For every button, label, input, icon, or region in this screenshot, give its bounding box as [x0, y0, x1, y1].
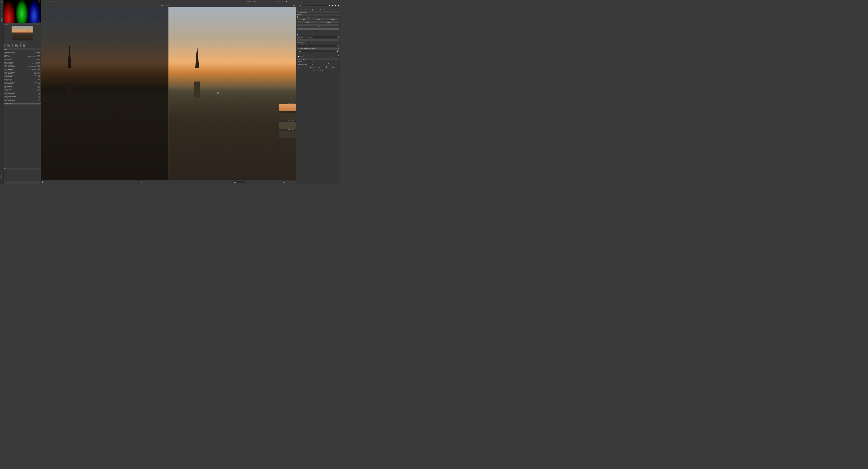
tab-color-icon[interactable]: ◉ — [304, 8, 307, 10]
tab-advanced-icon[interactable]: ⊚ — [308, 8, 310, 10]
tab-editor[interactable]: Editor — [1, 18, 3, 22]
detail-window-4[interactable]: ⊖⊕1:1100%✕ — [279, 129, 296, 138]
snapshot-delete-button[interactable]: – — [22, 180, 41, 184]
highlight-clip-icon[interactable]: △ — [266, 1, 268, 3]
spot-rename-button[interactable]: Rename — [297, 21, 318, 23]
tab-exposure-icon[interactable]: ◐ — [297, 8, 299, 10]
nav-up-icon[interactable]: ↥ — [260, 181, 262, 183]
new-detail-icon[interactable]: ⧉ — [280, 181, 282, 183]
detail-window-1[interactable]: ⊖⊕1:1100%✕ — [279, 102, 296, 111]
sh-panel-header[interactable]: Shadows/Highlights & Tone Equalizer ✕ — [297, 48, 340, 50]
show-additional-checkbox[interactable]: Show additional settings — [297, 17, 340, 18]
crosshair-icon[interactable]: ⊹ — [286, 181, 288, 183]
queue-icon[interactable]: ⚙ — [45, 181, 47, 183]
flip-h-icon[interactable]: ⇄ — [285, 1, 287, 3]
histogram-mode-icon[interactable] — [38, 0, 40, 2]
snapshot-add-button[interactable]: + — [4, 180, 22, 184]
color-picker-icon[interactable]: ⌖ — [57, 1, 59, 3]
close-icon[interactable]: ✕ — [295, 120, 296, 121]
luminosity-icon[interactable]: ⬀ — [274, 1, 276, 3]
spot-row[interactable]: landVisible — [297, 26, 339, 28]
zoom-100-icon[interactable]: 1:1 — [290, 112, 291, 113]
tab-raw-icon[interactable]: ▦ — [319, 8, 322, 10]
detail-window-3[interactable]: ⊖⊕1:1100%✕ — [279, 120, 296, 129]
zoom-fit-icon[interactable]: ⊡ — [266, 181, 269, 183]
after-pane[interactable]: ⊖⊕1:1100%✕ ⊖⊕1:1100%✕ ⊖⊕1:1100%✕ ⊖⊕1:110… — [168, 7, 296, 180]
straighten-icon[interactable]: ⟋ — [65, 1, 67, 3]
tab-local-icon[interactable]: ✋ — [312, 8, 314, 10]
spot-rect[interactable] — [194, 94, 202, 99]
save-icon[interactable]: 💾 — [41, 181, 43, 183]
nav-down-icon[interactable]: ↧ — [263, 181, 265, 183]
power-icon[interactable] — [298, 48, 299, 49]
history-row[interactable]: Local Spot selectedsky — [4, 103, 41, 104]
spot-table[interactable]: NameStatus landVisibleskyVisible — [297, 24, 340, 30]
perspective-icon[interactable]: ◈ — [72, 1, 75, 3]
settings-expander[interactable]: Settings — [296, 13, 340, 15]
zoom-out-icon[interactable]: ⊖ — [288, 129, 289, 130]
tab-queue[interactable]: Queue — [1, 11, 3, 16]
tab-file-browser[interactable]: File Browser [309] — [1, 0, 3, 10]
spot-duplicate-button[interactable]: Duplicate — [326, 18, 339, 20]
hand-tool-icon[interactable]: ↔ — [41, 1, 43, 3]
rotate-icon[interactable]: ⟲ — [76, 1, 79, 3]
close-icon[interactable]: ✕ — [295, 112, 296, 113]
monitor-profile-icon[interactable]: ▭ — [246, 181, 248, 183]
sh-subheader[interactable]: Shadows Highlights▾ — [297, 58, 340, 60]
profile-copy-icon[interactable]: 📋 — [334, 4, 337, 6]
rotate-ccw-icon[interactable]: ⟲ — [277, 1, 280, 3]
spot-land[interactable] — [217, 92, 219, 94]
spot-method-select[interactable]: Full image▾ — [307, 36, 340, 38]
sort-icon[interactable]: ⊺ — [293, 1, 295, 3]
zoom-100-icon[interactable]: 1:1 — [290, 120, 291, 121]
before-pane[interactable] — [41, 7, 168, 180]
fullscreen-icon[interactable]: ⛶ — [1, 174, 3, 175]
gear-icon[interactable]: ⚙ — [1, 170, 3, 172]
toggle-left-panel-icon[interactable]: ◧ — [293, 181, 295, 183]
power-icon[interactable] — [297, 12, 298, 13]
detail-windows-icon[interactable]: ▦ — [53, 1, 55, 3]
profile-mode-icon[interactable]: ≡ — [337, 1, 339, 3]
inverse-checkbox[interactable]: Inverse — [298, 56, 339, 57]
background-select[interactable]: None — [232, 181, 245, 183]
rating-widget[interactable] — [247, 1, 256, 2]
spot-row[interactable]: skyVisible — [297, 28, 339, 30]
close-icon[interactable]: ✕ — [295, 103, 296, 104]
spot-showhide-button[interactable]: Show/Hide — [318, 21, 339, 23]
add-tool-select[interactable]: Add tool to current spot…▾ — [297, 45, 340, 47]
navigator-viewport[interactable] — [17, 29, 28, 33]
zoom-100-icon[interactable]: ⊞ — [270, 181, 272, 183]
zoom-in-icon[interactable]: ⊕ — [289, 129, 290, 130]
zoom-in-icon[interactable]: ⊕ — [289, 112, 290, 113]
zoom-100-icon[interactable]: 1:1 — [290, 129, 291, 130]
snapshots-list[interactable] — [4, 170, 41, 180]
close-icon[interactable]: ✕ — [295, 129, 296, 130]
zoom-out-icon[interactable]: ⊖ — [288, 112, 289, 113]
histogram-opts-icon[interactable] — [38, 21, 40, 23]
lock-before-icon[interactable]: 🔒 — [165, 4, 167, 6]
prev-image-icon[interactable]: ◀ — [250, 181, 252, 183]
spot-add-button[interactable]: Add — [297, 18, 311, 20]
gamut-icon[interactable]: ◐ — [258, 1, 260, 3]
spot-sky[interactable] — [232, 41, 234, 43]
enable-spot-checkbox[interactable]: Enable Spot — [297, 34, 340, 35]
close-icon[interactable]: ✕ — [338, 48, 339, 49]
image-viewer[interactable]: ⊖⊕1:1100%✕ ⊖⊕1:1100%✕ ⊖⊕1:1100%✕ ⊖⊕1:110… — [41, 7, 296, 180]
tab-detail-icon[interactable]: ◎ — [301, 8, 303, 10]
zoom-out-icon[interactable]: ⊖ — [288, 103, 289, 104]
profile-save-icon[interactable]: 💾 — [331, 4, 334, 6]
sync-icon[interactable]: ⇅ — [256, 181, 258, 183]
crop-icon[interactable]: ⧉ — [69, 1, 71, 3]
histogram[interactable] — [4, 0, 41, 23]
external-editor-icon[interactable]: 🖌 — [48, 181, 51, 183]
scope-slider[interactable]: Scope (color tools) 14–+ — [297, 42, 340, 43]
flip-v-icon[interactable]: ⇅ — [289, 1, 291, 3]
sharpening-contrast-icon[interactable]: ◭ — [262, 1, 264, 3]
zoom-out-icon[interactable]: ⊖ — [276, 181, 279, 183]
local-adjustments-header[interactable]: Local Adjustments — [296, 11, 340, 13]
aperture-icon[interactable]: ◉ — [1, 180, 3, 182]
preview-de-button[interactable]: Preview ΔE — [297, 39, 340, 41]
sh-mode-select[interactable]: Basic▾ — [298, 51, 339, 53]
zoom-in-icon[interactable]: ⊕ — [273, 181, 275, 183]
detail-window-2[interactable]: ⊖⊕1:1100%✕ — [279, 111, 296, 120]
